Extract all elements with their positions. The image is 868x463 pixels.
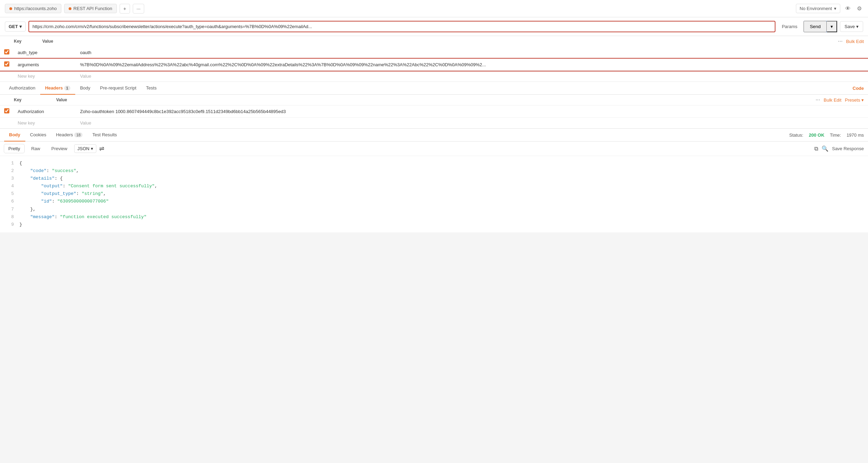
params-more-button[interactable]: ···: [838, 38, 842, 44]
code-area: 1 { 2 "code": "success", 3 "details": { …: [0, 156, 868, 232]
headers-more-button[interactable]: ···: [816, 97, 820, 103]
more-tabs-button[interactable]: ···: [133, 4, 145, 14]
header-checkbox-1[interactable]: [4, 108, 9, 113]
tab-dot-1: [9, 7, 12, 10]
raw-button[interactable]: Raw: [27, 144, 44, 153]
tab-accounts-zoho[interactable]: https://accounts.zoho: [5, 4, 61, 13]
code-line-5: 5 "output_type": "string",: [0, 190, 868, 198]
param-new-value[interactable]: Value: [76, 71, 868, 82]
top-bar-right: No Environment ▾ 👁 ⚙: [796, 4, 863, 13]
tab-rest-api[interactable]: REST API Function: [64, 4, 117, 13]
param-value-2: %7B%0D%0A%09%22emailAddress%22%3A%22abc%…: [76, 59, 868, 71]
line-num-7: 7: [3, 206, 14, 213]
header-key-1: Authorization: [14, 105, 76, 118]
line-content-5: "output_type": "string",: [19, 190, 106, 198]
format-label: JSON: [77, 146, 89, 151]
send-dropdown-button[interactable]: ▾: [827, 21, 837, 32]
params-value-header: Value: [42, 39, 53, 44]
header-new-value[interactable]: Value: [76, 118, 868, 129]
params-header-row: Key Value ··· Bulk Edit: [0, 36, 868, 46]
param-key-1: auth_type: [14, 46, 76, 59]
line-num-6: 6: [3, 198, 14, 205]
save-response-button[interactable]: Save Response: [832, 146, 864, 151]
top-bar: https://accounts.zoho REST API Function …: [0, 0, 868, 17]
param-value-1: oauth: [76, 46, 868, 59]
tab-pre-request-script[interactable]: Pre-request Script: [95, 82, 141, 95]
headers-table: Authorization Zoho-oauthtoken 1000.86074…: [0, 105, 868, 128]
header-new-key[interactable]: New key: [14, 118, 76, 129]
code-line-1: 1 {: [0, 160, 868, 167]
response-tab-test-results[interactable]: Test Results: [87, 129, 122, 142]
response-tabs-left: Body Cookies Headers 18 Test Results: [4, 129, 122, 141]
environment-selector[interactable]: No Environment ▾: [796, 4, 840, 13]
line-content-6: "id": "63095000000077006": [19, 198, 108, 205]
viewer-actions: ⧉ 🔍 Save Response: [814, 145, 864, 152]
copy-icon[interactable]: ⧉: [814, 146, 818, 152]
gear-icon[interactable]: ⚙: [856, 4, 863, 13]
code-line-8: 8 "message": "function executed successf…: [0, 213, 868, 221]
tabs-right: Code: [853, 86, 864, 91]
params-button[interactable]: Params: [778, 22, 801, 31]
tab-tests[interactable]: Tests: [141, 82, 161, 95]
header-row-1: Authorization Zoho-oauthtoken 1000.86074…: [0, 105, 868, 118]
param-checkbox-1[interactable]: [4, 49, 9, 54]
line-num-5: 5: [3, 190, 14, 198]
send-button-group: Send ▾: [804, 21, 837, 32]
preview-button[interactable]: Preview: [47, 144, 71, 153]
chevron-down-icon: ▾: [91, 146, 93, 151]
tab-body[interactable]: Body: [75, 82, 95, 95]
code-button[interactable]: Code: [853, 86, 864, 91]
param-new-key[interactable]: New key: [14, 71, 76, 82]
code-line-6: 6 "id": "63095000000077006": [0, 198, 868, 205]
format-select[interactable]: JSON ▾: [74, 144, 96, 153]
response-tab-cookies[interactable]: Cookies: [25, 129, 51, 142]
response-tabs-right: Status: 200 OK Time: 1970 ms: [789, 132, 864, 138]
send-main-button[interactable]: Send: [804, 21, 827, 32]
headers-value-col: Value: [56, 97, 67, 102]
line-content-1: {: [19, 160, 22, 167]
url-input[interactable]: [28, 21, 776, 32]
param-row-1: auth_type oauth: [0, 46, 868, 59]
headers-section: Key Value ··· Bulk Edit Presets ▾ Author…: [0, 95, 868, 129]
code-line-7: 7 },: [0, 206, 868, 213]
pretty-button[interactable]: Pretty: [4, 144, 24, 153]
headers-bulk-edit-button[interactable]: Bulk Edit: [824, 97, 841, 103]
code-line-2: 2 "code": "success",: [0, 167, 868, 175]
tab-headers[interactable]: Headers 1: [40, 82, 75, 95]
eye-icon[interactable]: 👁: [844, 4, 852, 13]
headers-header-row: Key Value ··· Bulk Edit Presets ▾: [0, 95, 868, 105]
header-value-1: Zoho-oauthtoken 1000.8607494449c8bc1e392…: [76, 105, 868, 118]
line-content-2: "code": "success",: [19, 167, 79, 175]
wrap-button[interactable]: ⇌: [99, 145, 104, 153]
param-row-new: New key Value: [0, 71, 868, 82]
save-button-group[interactable]: Save ▾: [840, 21, 863, 32]
line-num-2: 2: [3, 167, 14, 175]
line-content-7: },: [19, 206, 36, 213]
method-select[interactable]: GET ▾: [5, 22, 26, 32]
line-content-9: }: [19, 221, 22, 229]
status-label: Status:: [789, 132, 803, 138]
params-bulk-edit-button[interactable]: Bulk Edit: [846, 39, 864, 44]
headers-presets-button[interactable]: Presets ▾: [845, 97, 864, 103]
line-num-4: 4: [3, 182, 14, 190]
tab-authorization[interactable]: Authorization: [4, 82, 40, 95]
code-line-4: 4 "output": "Consent form sent successfu…: [0, 182, 868, 190]
response-tab-headers[interactable]: Headers 18: [51, 129, 87, 142]
line-num-1: 1: [3, 160, 14, 167]
time-label: Time:: [830, 132, 841, 138]
env-label: No Environment: [800, 6, 832, 11]
chevron-down-icon: ▾: [19, 24, 22, 29]
tabs-left: https://accounts.zoho REST API Function …: [5, 4, 144, 14]
response-headers-badge: 18: [74, 132, 83, 137]
tab-dot-2: [69, 7, 71, 10]
param-key-2: arguments: [14, 59, 76, 71]
response-tab-body[interactable]: Body: [4, 129, 25, 142]
code-line-3: 3 "details": {: [0, 175, 868, 182]
params-key-header: Key: [14, 39, 21, 44]
param-checkbox-2[interactable]: [4, 61, 9, 67]
add-tab-button[interactable]: +: [120, 4, 130, 14]
time-value: 1970 ms: [847, 132, 864, 138]
chevron-down-icon: ▾: [834, 6, 836, 11]
save-chevron-icon: ▾: [856, 24, 859, 29]
search-icon[interactable]: 🔍: [822, 145, 828, 152]
